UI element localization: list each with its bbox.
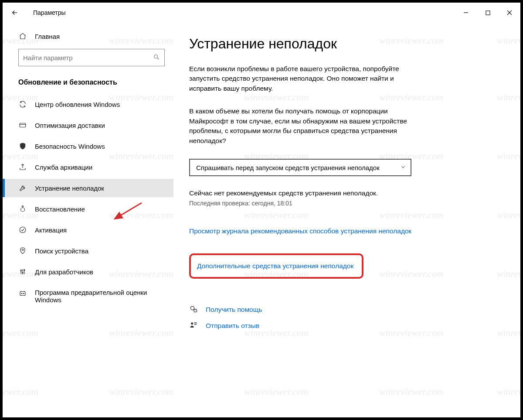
help-icon bbox=[189, 305, 199, 315]
maximize-button[interactable] bbox=[477, 4, 499, 21]
svg-rect-16 bbox=[194, 324, 197, 324]
svg-point-7 bbox=[22, 272, 23, 273]
check-circle-icon bbox=[18, 226, 27, 234]
sidebar-item-backup[interactable]: Служба архивации bbox=[3, 158, 173, 176]
link-send-feedback[interactable]: Отправить отзыв bbox=[206, 321, 259, 331]
intro-paragraph-2: В каком объеме вы хотели бы получать пом… bbox=[189, 106, 425, 146]
svg-point-10 bbox=[21, 293, 22, 294]
sidebar-item-security[interactable]: Безопасность Windows bbox=[3, 137, 173, 155]
content-pane: Устранение неполадок Если возникли пробл… bbox=[173, 23, 520, 417]
svg-point-8 bbox=[24, 270, 25, 270]
page-heading: Устранение неполадок bbox=[189, 36, 503, 52]
svg-point-12 bbox=[190, 306, 194, 310]
sidebar-item-label: Программа предварительной оценки Windows bbox=[35, 289, 157, 304]
sidebar-item-label: Для разработчиков bbox=[35, 268, 93, 276]
sidebar-nav-list: Центр обновления Windows Оптимизация дос… bbox=[3, 91, 173, 309]
svg-rect-2 bbox=[20, 123, 26, 127]
sidebar-item-label: Оптимизация доставки bbox=[35, 122, 105, 129]
sync-icon bbox=[18, 100, 27, 108]
delivery-icon bbox=[18, 121, 27, 129]
sidebar: Главная Обновление и безопасность Центр … bbox=[3, 23, 173, 417]
svg-point-11 bbox=[23, 293, 24, 294]
sidebar-item-activation[interactable]: Активация bbox=[3, 221, 173, 239]
back-button[interactable] bbox=[8, 9, 22, 17]
intro-paragraph-1: Если возникли проблемы в работе вашего у… bbox=[189, 64, 425, 93]
sidebar-item-label: Восстановление bbox=[35, 205, 85, 213]
feedback-icon bbox=[189, 321, 199, 331]
sidebar-item-insider[interactable]: Программа предварительной оценки Windows bbox=[3, 283, 173, 309]
sidebar-item-label: Поиск устройства bbox=[35, 247, 88, 255]
link-get-help[interactable]: Получить помощь bbox=[206, 305, 262, 314]
svg-point-3 bbox=[21, 208, 25, 212]
search-input[interactable] bbox=[23, 54, 153, 61]
sidebar-item-label: Безопасность Windows bbox=[35, 143, 105, 150]
sidebar-item-label: Служба архивации bbox=[35, 164, 92, 171]
svg-point-1 bbox=[154, 55, 158, 58]
sidebar-item-label: Центр обновления Windows bbox=[35, 101, 120, 108]
svg-rect-9 bbox=[20, 292, 25, 296]
svg-rect-0 bbox=[486, 10, 489, 14]
highlighted-link-box: Дополнительные средства устранения непол… bbox=[189, 253, 363, 279]
home-icon bbox=[18, 32, 27, 40]
sidebar-item-label: Активация bbox=[35, 226, 67, 234]
shield-icon bbox=[18, 142, 27, 150]
insider-icon bbox=[18, 290, 27, 297]
svg-point-4 bbox=[20, 227, 26, 233]
sidebar-item-windows-update[interactable]: Центр обновления Windows bbox=[3, 95, 173, 113]
sidebar-item-delivery[interactable]: Оптимизация доставки bbox=[3, 116, 173, 134]
titlebar: Параметры bbox=[3, 3, 520, 23]
window-title: Параметры bbox=[33, 9, 66, 16]
search-box[interactable] bbox=[18, 49, 165, 66]
wrench-icon bbox=[18, 184, 27, 192]
close-button[interactable] bbox=[499, 4, 520, 21]
troubleshoot-preference-dropdown[interactable]: Спрашивать перед запуском средств устран… bbox=[189, 159, 411, 176]
search-icon bbox=[153, 54, 160, 62]
svg-point-5 bbox=[22, 249, 24, 251]
section-title: Обновление и безопасность bbox=[18, 79, 165, 86]
sidebar-item-troubleshoot[interactable]: Устранение неполадок bbox=[3, 179, 173, 197]
backup-icon bbox=[18, 163, 27, 171]
svg-rect-15 bbox=[194, 322, 197, 323]
svg-point-14 bbox=[191, 322, 193, 324]
sidebar-home-label: Главная bbox=[35, 33, 60, 40]
sidebar-item-find-device[interactable]: Поиск устройства bbox=[3, 242, 173, 260]
status-last-check: Последняя проверка: сегодня, 18:01 bbox=[189, 200, 503, 207]
sidebar-item-developers[interactable]: Для разработчиков bbox=[3, 263, 173, 281]
sidebar-item-recovery[interactable]: Восстановление bbox=[3, 200, 173, 218]
chevron-down-icon bbox=[400, 164, 406, 171]
recovery-icon bbox=[18, 205, 27, 213]
svg-point-13 bbox=[194, 309, 197, 312]
link-advanced-troubleshooters[interactable]: Дополнительные средства устранения непол… bbox=[197, 261, 353, 271]
sidebar-home[interactable]: Главная bbox=[3, 27, 173, 45]
link-history[interactable]: Просмотр журнала рекомендованных способо… bbox=[189, 226, 411, 236]
svg-point-6 bbox=[20, 270, 21, 271]
developers-icon bbox=[18, 268, 27, 276]
dropdown-selected-label: Спрашивать перед запуском средств устран… bbox=[196, 164, 380, 171]
minimize-button[interactable] bbox=[455, 4, 477, 21]
location-icon bbox=[18, 247, 27, 255]
sidebar-item-label: Устранение неполадок bbox=[35, 184, 104, 192]
status-no-recommended: Сейчас нет рекомендуемых средств устране… bbox=[189, 189, 503, 197]
